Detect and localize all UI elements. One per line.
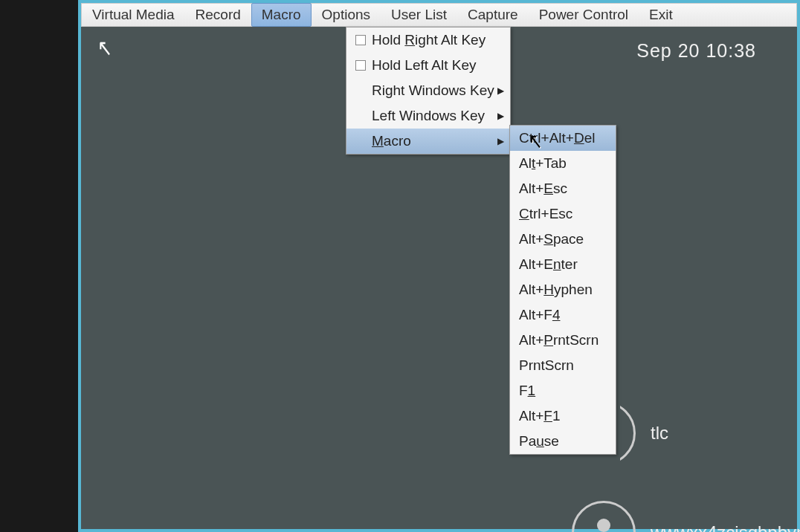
checkbox-icon (355, 35, 366, 45)
menu-user-list[interactable]: User List (381, 3, 457, 27)
macro-alt-f1[interactable]: Alt+F1 (510, 403, 616, 429)
menubar: Virtual Media Record Macro Options User … (81, 3, 797, 27)
menu-label: Pause (519, 433, 559, 450)
menu-label: Hold Right Alt Key (372, 32, 486, 48)
macro-alt-esc[interactable]: Alt+Esc (510, 176, 616, 201)
macro-alt-tab[interactable]: Alt+Tab (510, 151, 616, 176)
menu-label: Macro (372, 133, 411, 149)
checkbox-icon (355, 60, 366, 71)
menu-exit[interactable]: Exit (639, 3, 683, 27)
macro-alt-f4[interactable]: Alt+F4 (510, 302, 616, 328)
menu-label: Alt+Enter (519, 256, 578, 273)
cursor-icon: ↖ (97, 35, 112, 62)
chevron-right-icon: ▶ (497, 136, 504, 146)
menu-label: Alt+Tab (519, 155, 567, 172)
menu-virtual-media[interactable]: Virtual Media (82, 3, 185, 27)
macro-dropdown: Hold Right Alt Key Hold Left Alt Key Rig… (346, 27, 511, 155)
menu-label: PrntScrn (519, 357, 574, 374)
username-label: tlc (651, 423, 668, 444)
macro-ctrl-esc[interactable]: Ctrl+Esc (510, 201, 616, 227)
macro-alt-space[interactable]: Alt+Space (510, 227, 616, 252)
username-label: wwwxx4zcjsqbpbynkudy (651, 522, 800, 532)
menu-label: Ctrl+Esc (519, 206, 572, 222)
menu-label: Alt+PrntScrn (519, 332, 599, 348)
menu-macro-submenu[interactable]: Macro ▶ (346, 129, 510, 154)
menu-right-windows-key[interactable]: Right Windows Key ▶ (346, 78, 510, 103)
cursor-icon: ↖ (529, 129, 542, 155)
menu-label: F1 (519, 383, 535, 399)
menu-options[interactable]: Options (312, 3, 381, 27)
menu-power-control[interactable]: Power Control (529, 3, 639, 27)
menu-label: Alt+Space (519, 231, 584, 247)
macro-prntscrn[interactable]: PrntScrn (510, 353, 616, 378)
menu-capture[interactable]: Capture (457, 3, 529, 27)
menu-label: Alt+F4 (519, 307, 560, 323)
menu-record[interactable]: Record (185, 3, 251, 27)
menu-label: Alt+Esc (519, 181, 567, 197)
user-entry[interactable]: wwwxx4zcjsqbpbynkudy (572, 501, 800, 532)
macro-alt-enter[interactable]: Alt+Enter (510, 252, 616, 277)
menu-hold-left-alt[interactable]: Hold Left Alt Key (346, 53, 510, 78)
avatar (572, 501, 636, 532)
menu-label: Alt+Hyphen (519, 282, 593, 298)
macro-f1[interactable]: F1 (510, 378, 616, 403)
menu-label: Hold Left Alt Key (372, 57, 476, 74)
menu-left-windows-key[interactable]: Left Windows Key ▶ (346, 103, 510, 129)
chevron-right-icon: ▶ (497, 85, 504, 96)
kvm-viewer-frame: Virtual Media Record Macro Options User … (78, 0, 800, 532)
menu-hold-right-alt[interactable]: Hold Right Alt Key (346, 27, 510, 53)
macro-ctrl-alt-del[interactable]: Ctrl+Alt+Del (510, 126, 616, 151)
macro-alt-prntscrn[interactable]: Alt+PrntScrn (510, 328, 616, 353)
clock: Sep 20 10:38 (636, 40, 756, 62)
menu-label: Left Windows Key (372, 108, 485, 124)
macro-alt-hyphen[interactable]: Alt+Hyphen (510, 277, 616, 302)
person-icon (590, 519, 618, 532)
macro-pause[interactable]: Pause (510, 429, 616, 454)
macro-submenu: Ctrl+Alt+Del Alt+Tab Alt+Esc Ctrl+Esc Al… (509, 125, 616, 455)
chevron-right-icon: ▶ (497, 111, 504, 121)
menu-label: Alt+F1 (519, 408, 560, 424)
menu-label: Right Windows Key (372, 82, 494, 99)
menu-macro[interactable]: Macro (251, 3, 312, 27)
